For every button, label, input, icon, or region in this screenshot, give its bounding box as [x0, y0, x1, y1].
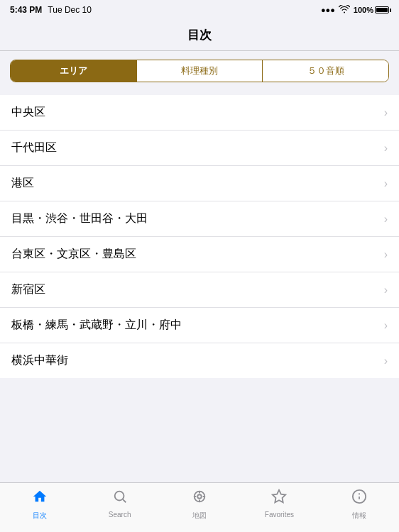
chevron-icon: ›	[384, 248, 388, 261]
tab-info[interactable]: 情報	[319, 489, 399, 521]
segment-cuisine[interactable]: 料理種別	[136, 60, 263, 82]
nav-bar: 目次	[0, 20, 399, 51]
chevron-icon: ›	[384, 106, 388, 119]
svg-marker-8	[273, 490, 285, 502]
segmented-container: エリア 料理種別 ５０音順	[0, 51, 399, 88]
chevron-icon: ›	[384, 142, 388, 155]
list-item-label: 港区	[11, 176, 34, 191]
status-icons: ●●● 100%	[321, 5, 389, 15]
favorites-icon	[271, 489, 287, 509]
list-item-label: 新宿区	[11, 282, 45, 297]
list-item-meguro[interactable]: 目黒・渋谷・世田谷・大田 ›	[0, 201, 399, 237]
list-item-yokohama[interactable]: 横浜中華街 ›	[0, 343, 399, 378]
search-icon	[112, 489, 128, 509]
list-item-chiyoda[interactable]: 千代田区 ›	[0, 131, 399, 166]
list-item-itabashi[interactable]: 板橋・練馬・武蔵野・立川・府中 ›	[0, 308, 399, 343]
list-item-label: 板橋・練馬・武蔵野・立川・府中	[11, 318, 182, 333]
battery-icon: 100%	[354, 6, 389, 14]
svg-point-7	[197, 494, 202, 499]
battery-percent: 100%	[354, 6, 373, 14]
page-title: 目次	[187, 27, 212, 43]
list-item-label: 目黒・渋谷・世田谷・大田	[11, 211, 148, 226]
list-item-label: 台東区・文京区・豊島区	[11, 247, 136, 262]
list-item-taito[interactable]: 台東区・文京区・豊島区 ›	[0, 237, 399, 272]
tab-map[interactable]: 地図	[160, 489, 239, 521]
list-item-minato[interactable]: 港区 ›	[0, 166, 399, 201]
list-item-label: 中央区	[11, 105, 45, 120]
segment-50order[interactable]: ５０音順	[262, 60, 388, 82]
status-bar: 5:43 PM Tue Dec 10 ●●● 100%	[0, 0, 399, 20]
list-item-label: 横浜中華街	[11, 353, 68, 368]
tab-bar: 目次 Search 地図 F	[0, 482, 399, 532]
svg-point-0	[114, 492, 124, 501]
list-item-shinjuku[interactable]: 新宿区 ›	[0, 272, 399, 308]
segment-area[interactable]: エリア	[11, 60, 136, 82]
tab-home[interactable]: 目次	[0, 489, 80, 521]
area-list: 中央区 › 千代田区 › 港区 › 目黒・渋谷・世田谷・大田 › 台東区・文京区…	[0, 95, 399, 378]
tab-favorites-label: Favorites	[265, 511, 294, 519]
status-date: Tue Dec 10	[48, 5, 92, 15]
tab-info-label: 情報	[352, 511, 366, 521]
list-item-label: 千代田区	[11, 140, 57, 155]
signal-icon: ●●●	[321, 6, 335, 14]
chevron-icon: ›	[384, 319, 388, 332]
chevron-icon: ›	[384, 355, 388, 367]
tab-search[interactable]: Search	[80, 489, 159, 519]
tab-map-label: 地図	[192, 511, 207, 521]
list-item-chuo[interactable]: 中央区 ›	[0, 95, 399, 131]
svg-line-1	[123, 499, 126, 502]
segmented-control: エリア 料理種別 ５０音順	[10, 60, 389, 82]
tab-home-label: 目次	[33, 511, 47, 521]
info-icon	[351, 489, 367, 509]
chevron-icon: ›	[384, 284, 388, 297]
chevron-icon: ›	[384, 177, 388, 190]
home-icon	[32, 489, 48, 509]
status-time: 5:43 PM	[10, 5, 42, 15]
map-icon	[192, 489, 207, 509]
tab-favorites[interactable]: Favorites	[239, 489, 319, 519]
tab-search-label: Search	[109, 511, 131, 519]
chevron-icon: ›	[384, 213, 388, 226]
wifi-icon	[339, 5, 350, 15]
content-area: エリア 料理種別 ５０音順 中央区 › 千代田区 › 港区 › 目黒・渋谷・世田…	[0, 51, 399, 482]
